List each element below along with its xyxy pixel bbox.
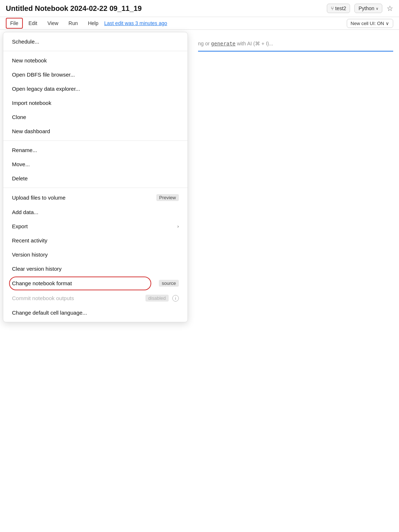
menu-view[interactable]: View: [43, 18, 63, 29]
menu-item-open-dbfs[interactable]: Open DBFS file browser...: [3, 67, 188, 82]
menu-item-change-format[interactable]: Change notebook format source: [3, 276, 188, 291]
menu-item-clear-version-history[interactable]: Clear version history: [3, 262, 188, 276]
recent-activity-label: Recent activity: [12, 237, 48, 244]
menu-item-export[interactable]: Export ›: [3, 219, 188, 233]
move-label: Move...: [12, 161, 30, 167]
menu-item-move[interactable]: Move...: [3, 157, 188, 171]
cell-hint: ng or generate with AI (⌘ + I)...: [198, 38, 393, 52]
new-cell-caret: ∨: [386, 21, 389, 26]
last-edit-label: Last edit was 3 minutes ago: [104, 20, 345, 26]
menu-section-data: Upload files to volume Preview Add data.…: [3, 188, 188, 322]
new-dashboard-label: New dashboard: [12, 128, 50, 134]
clone-label: Clone: [12, 114, 26, 120]
clear-version-label: Clear version history: [12, 266, 62, 272]
menu-section-schedule: Schedule...: [3, 32, 188, 51]
menu-item-rename[interactable]: Rename...: [3, 143, 188, 157]
menu-item-change-default-language[interactable]: Change default cell language...: [3, 306, 188, 320]
menu-file[interactable]: File: [6, 18, 23, 29]
cell-hint-text: ng or generate with AI (⌘ + I)...: [198, 41, 273, 46]
menu-item-delete[interactable]: Delete: [3, 171, 188, 185]
info-icon[interactable]: i: [172, 295, 179, 302]
menu-edit[interactable]: Edit: [24, 18, 42, 29]
add-data-label: Add data...: [12, 209, 38, 215]
menu-item-add-data[interactable]: Add data...: [3, 205, 188, 219]
branch-label: test2: [335, 5, 346, 11]
new-cell-label: New cell UI: ON: [351, 21, 384, 26]
open-dbfs-label: Open DBFS file browser...: [12, 71, 75, 78]
menu-item-commit-outputs: Commit notebook outputs disabled i: [3, 291, 188, 306]
delete-label: Delete: [12, 175, 28, 181]
menu-item-schedule[interactable]: Schedule...: [3, 34, 188, 49]
menu-item-new-dashboard[interactable]: New dashboard: [3, 124, 188, 138]
python-caret: ∨: [376, 7, 378, 11]
notebook-area: ng or generate with AI (⌘ + I)...: [192, 32, 399, 532]
rename-label: Rename...: [12, 147, 37, 153]
new-cell-ui-button[interactable]: New cell UI: ON ∨: [347, 19, 393, 28]
commit-outputs-badge: disabled: [145, 295, 169, 302]
menu-item-open-legacy[interactable]: Open legacy data explorer...: [3, 82, 188, 96]
generate-link[interactable]: generate: [211, 41, 235, 46]
menu-item-upload[interactable]: Upload files to volume Preview: [3, 190, 188, 205]
menu-section-new: New notebook Open DBFS file browser... O…: [3, 51, 188, 141]
menu-run[interactable]: Run: [64, 18, 82, 29]
open-legacy-label: Open legacy data explorer...: [12, 86, 80, 92]
menu-item-import[interactable]: Import notebook: [3, 96, 188, 110]
menu-help[interactable]: Help: [83, 18, 103, 29]
branch-button[interactable]: ⑂ test2: [327, 4, 350, 13]
python-button[interactable]: Python ∨: [354, 4, 382, 13]
commit-outputs-label: Commit notebook outputs: [12, 295, 74, 301]
file-dropdown-menu: Schedule... New notebook Open DBFS file …: [3, 32, 188, 322]
version-history-label: Version history: [12, 251, 48, 258]
import-label: Import notebook: [12, 100, 51, 106]
change-format-badge: source: [159, 280, 179, 287]
menu-item-version-history[interactable]: Version history: [3, 247, 188, 262]
export-label: Export: [12, 223, 28, 229]
menu-item-new-notebook[interactable]: New notebook: [3, 53, 188, 67]
new-notebook-label: New notebook: [12, 57, 47, 64]
change-default-lang-label: Change default cell language...: [12, 310, 87, 316]
change-format-label: Change notebook format: [12, 280, 72, 286]
menu-bar: File Edit View Run Help Last edit was 3 …: [0, 17, 399, 30]
menu-section-rename: Rename... Move... Delete: [3, 141, 188, 188]
notebook-title: Untitled Notebook 2024-02-22 09_11_19: [6, 4, 322, 13]
menu-item-clone[interactable]: Clone: [3, 110, 188, 124]
export-chevron-icon: ›: [177, 224, 179, 229]
star-button[interactable]: ☆: [387, 4, 393, 13]
menu-item-recent-activity[interactable]: Recent activity: [3, 233, 188, 247]
branch-icon: ⑂: [331, 5, 334, 11]
upload-label: Upload files to volume: [12, 195, 66, 201]
schedule-label: Schedule...: [12, 38, 39, 45]
title-bar: Untitled Notebook 2024-02-22 09_11_19 ⑂ …: [0, 0, 399, 17]
upload-preview-badge: Preview: [156, 194, 179, 201]
python-label: Python: [358, 5, 374, 11]
